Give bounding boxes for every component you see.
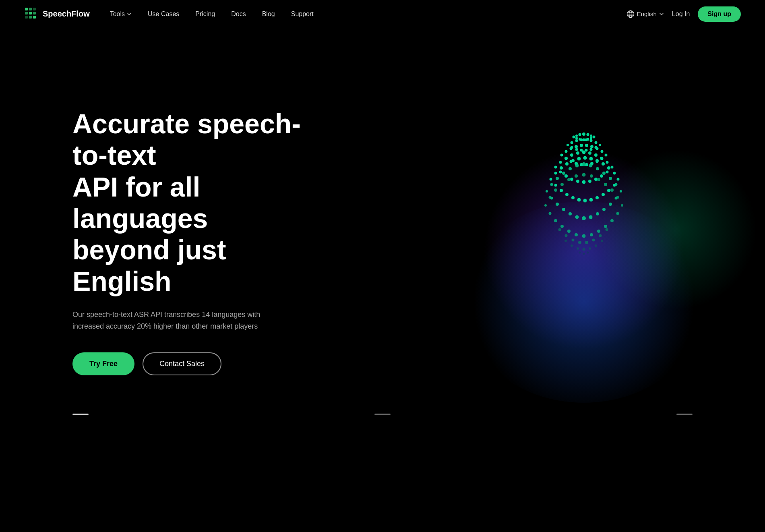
fingerprint-visualization: [499, 105, 668, 274]
indicator-1: [72, 414, 89, 415]
svg-point-144: [590, 233, 593, 236]
svg-point-151: [558, 228, 561, 231]
svg-point-164: [571, 244, 573, 247]
svg-point-72: [594, 178, 598, 181]
svg-point-140: [616, 212, 619, 215]
svg-point-110: [589, 164, 593, 168]
svg-point-102: [554, 184, 557, 187]
svg-point-149: [554, 219, 557, 222]
try-free-button[interactable]: Try Free: [72, 352, 134, 375]
bottom-indicators: [0, 414, 765, 415]
svg-point-112: [602, 172, 606, 175]
svg-point-47: [590, 145, 593, 148]
svg-point-150: [549, 212, 552, 215]
language-selector[interactable]: English: [626, 10, 664, 18]
svg-point-50: [605, 154, 608, 157]
contact-sales-button[interactable]: Contact Sales: [143, 352, 221, 375]
svg-point-34: [599, 144, 601, 146]
svg-point-20: [590, 135, 592, 137]
svg-rect-2: [33, 8, 36, 10]
svg-point-76: [570, 178, 573, 181]
svg-point-61: [564, 157, 568, 160]
svg-point-163: [577, 247, 579, 250]
svg-point-100: [565, 193, 569, 196]
svg-point-108: [575, 164, 579, 168]
svg-point-33: [595, 141, 598, 144]
svg-point-128: [549, 196, 552, 199]
svg-point-161: [589, 247, 591, 250]
svg-point-41: [560, 154, 563, 157]
svg-point-29: [575, 139, 578, 142]
svg-point-26: [575, 137, 578, 139]
svg-point-119: [596, 212, 599, 215]
svg-point-158: [606, 228, 608, 231]
svg-point-139: [621, 204, 623, 207]
svg-point-94: [602, 193, 605, 196]
svg-point-104: [550, 183, 553, 186]
language-label: English: [637, 10, 657, 17]
svg-point-134: [590, 174, 593, 178]
svg-point-82: [565, 162, 569, 166]
nav-pricing-link[interactable]: Pricing: [195, 10, 215, 17]
svg-point-27: [567, 144, 569, 146]
svg-point-138: [616, 196, 619, 199]
svg-point-84: [577, 157, 581, 161]
svg-point-136: [604, 183, 607, 186]
svg-point-130: [560, 183, 564, 186]
nav-use-cases-link[interactable]: Use Cases: [148, 10, 179, 17]
svg-point-153: [572, 239, 575, 242]
nav-docs-link[interactable]: Docs: [231, 10, 246, 17]
svg-point-107: [569, 167, 572, 170]
svg-point-73: [588, 180, 591, 183]
svg-point-49: [601, 150, 604, 153]
svg-point-19: [587, 133, 589, 136]
svg-point-90: [613, 172, 616, 175]
svg-point-62: [570, 153, 573, 157]
login-button[interactable]: Log In: [672, 10, 690, 18]
svg-point-98: [577, 198, 581, 202]
svg-point-159: [601, 240, 603, 242]
logo-icon: [24, 7, 39, 21]
svg-point-17: [579, 133, 581, 136]
nav-support-link[interactable]: Support: [291, 10, 314, 17]
svg-point-115: [620, 190, 622, 193]
svg-point-42: [565, 150, 568, 153]
nav-tools-link[interactable]: Tools: [110, 10, 132, 18]
svg-rect-4: [29, 12, 32, 14]
svg-point-147: [567, 230, 571, 233]
svg-point-64: [582, 151, 586, 154]
nav-blog-link[interactable]: Blog: [262, 10, 275, 17]
svg-point-68: [606, 161, 609, 164]
svg-point-81: [560, 166, 563, 170]
svg-point-87: [595, 159, 599, 162]
svg-point-117: [609, 203, 612, 206]
svg-point-152: [565, 234, 568, 237]
hero-content: Accurate speech-to-text API for all lang…: [72, 108, 330, 375]
svg-point-30: [580, 139, 583, 141]
svg-point-142: [604, 225, 607, 228]
svg-point-95: [595, 196, 599, 199]
svg-point-125: [556, 203, 559, 206]
language-chevron-icon: [659, 12, 664, 17]
svg-point-120: [589, 215, 593, 219]
indicator-2: [374, 414, 391, 415]
svg-point-75: [576, 180, 579, 183]
svg-point-46: [585, 144, 588, 147]
svg-point-148: [560, 225, 564, 228]
hero-section: Accurate speech-to-text API for all lang…: [0, 28, 765, 431]
svg-rect-6: [25, 16, 28, 19]
svg-point-66: [594, 153, 598, 157]
hero-visual: [322, 28, 765, 431]
svg-point-67: [600, 157, 603, 160]
svg-point-103: [546, 190, 548, 193]
svg-point-124: [562, 208, 565, 211]
navbar: SpeechFlow Tools Use Cases Pricing Docs …: [0, 0, 765, 28]
svg-point-59: [554, 166, 557, 169]
svg-rect-1: [29, 8, 32, 10]
svg-point-93: [607, 189, 610, 192]
signup-button[interactable]: Sign up: [698, 6, 741, 22]
svg-rect-3: [25, 12, 28, 14]
logo-text: SpeechFlow: [43, 9, 90, 19]
logo-link[interactable]: SpeechFlow: [24, 7, 90, 21]
navbar-right: English Log In Sign up: [626, 6, 741, 22]
